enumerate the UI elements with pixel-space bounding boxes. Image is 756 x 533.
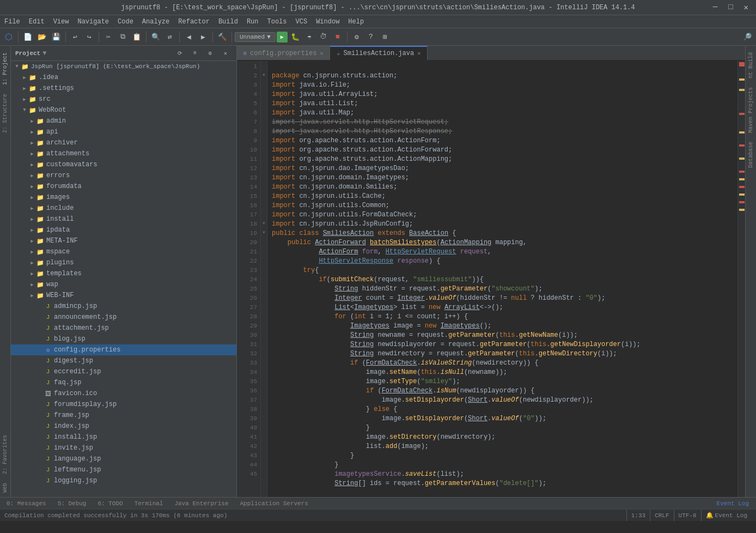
back-button[interactable]: ◀ bbox=[182, 31, 196, 44]
run-config-selector[interactable]: Unnamed ▼ bbox=[235, 32, 276, 42]
new-button[interactable]: 📄 bbox=[21, 31, 34, 44]
build-button[interactable]: 🔨 bbox=[216, 31, 229, 44]
fold-19[interactable]: ▼ bbox=[261, 228, 267, 237]
project-sync-button[interactable]: ⟳ bbox=[173, 47, 186, 60]
terminal-toolbar-button[interactable]: ⊞ bbox=[379, 31, 392, 44]
menu-tools[interactable]: Tools bbox=[263, 15, 291, 28]
tree-idea[interactable]: ▶ 📁 .idea bbox=[11, 72, 236, 83]
paste-button[interactable]: 📋 bbox=[130, 31, 143, 44]
fold-18[interactable]: ▼ bbox=[261, 219, 267, 228]
tab-config-properties[interactable]: ⚙ config.properties ✕ bbox=[237, 46, 330, 60]
tree-config[interactable]: ⚙ config.properties bbox=[11, 344, 236, 355]
run-button[interactable]: ▶ bbox=[277, 32, 288, 43]
tree-include[interactable]: ▶ 📁 include bbox=[11, 203, 236, 214]
open-button[interactable]: 📂 bbox=[35, 31, 48, 44]
bottom-tab-event-log[interactable]: Event Log bbox=[712, 498, 754, 509]
undo-button[interactable]: ↩ bbox=[69, 31, 82, 44]
tree-plugins[interactable]: ▶ 📁 plugins bbox=[11, 257, 236, 268]
tree-language[interactable]: J language.jsp bbox=[11, 453, 236, 464]
side-tab-ant-build[interactable]: nt Build bbox=[747, 48, 755, 83]
tree-logging[interactable]: J logging.jsp bbox=[11, 475, 236, 486]
tree-api[interactable]: ▶ 📁 api bbox=[11, 126, 236, 137]
tree-favicon[interactable]: 🖼 favicon.ico bbox=[11, 388, 236, 399]
search-everything-button[interactable]: 🔎 bbox=[741, 31, 754, 44]
sdk-button[interactable]: ⚙ bbox=[350, 31, 363, 44]
menu-navigate[interactable]: Navigate bbox=[73, 15, 113, 28]
tree-invite[interactable]: J invite.jsp bbox=[11, 443, 236, 453]
tree-attachment[interactable]: J attachment.jsp bbox=[11, 323, 236, 334]
tree-wap[interactable]: ▶ 📁 wap bbox=[11, 279, 236, 290]
tree-archiver[interactable]: ▶ 📁 archiver bbox=[11, 137, 236, 148]
tree-announcement[interactable]: J announcement.jsp bbox=[11, 312, 236, 323]
menu-build[interactable]: Build bbox=[214, 15, 242, 28]
tree-ipdata[interactable]: ▶ 📁 ipdata bbox=[11, 225, 236, 235]
tree-webroot[interactable]: ▼ 📁 WebRoot bbox=[11, 105, 236, 116]
find-button[interactable]: 🔍 bbox=[149, 31, 162, 44]
debug-button[interactable]: 🐛 bbox=[289, 31, 302, 44]
redo-button[interactable]: ↪ bbox=[83, 31, 96, 44]
menu-run[interactable]: Run bbox=[242, 15, 263, 28]
menu-code[interactable]: Code bbox=[113, 15, 138, 28]
tree-leftmenu[interactable]: J leftmenu.jsp bbox=[11, 464, 236, 475]
save-button[interactable]: 💾 bbox=[50, 31, 63, 44]
tree-templates[interactable]: ▶ 📁 templates bbox=[11, 268, 236, 279]
profile-button[interactable]: ⏱ bbox=[317, 31, 330, 44]
bottom-tab-app-servers[interactable]: Application Servers bbox=[236, 498, 313, 509]
tree-eccredit[interactable]: J eccredit.jsp bbox=[11, 366, 236, 377]
tree-mspace[interactable]: ▶ 📁 mspace bbox=[11, 246, 236, 257]
tree-install[interactable]: ▶ 📁 install bbox=[11, 214, 236, 225]
tree-attachments[interactable]: ▶ 📁 attachments bbox=[11, 148, 236, 159]
bottom-tab-debug[interactable]: 5: Debug bbox=[53, 498, 92, 509]
menu-file[interactable]: File bbox=[0, 15, 25, 28]
menu-refactor[interactable]: Refactor bbox=[174, 15, 214, 28]
coverage-button[interactable]: ☂ bbox=[303, 31, 316, 44]
smilies-tab-close[interactable]: ✕ bbox=[417, 50, 420, 57]
copy-button[interactable]: ⧉ bbox=[116, 31, 129, 44]
restore-button[interactable]: □ bbox=[725, 2, 736, 13]
search-icon[interactable]: 🔎 bbox=[741, 31, 754, 44]
tree-blog[interactable]: J blog.jsp bbox=[11, 334, 236, 344]
side-tab-web[interactable]: Web bbox=[1, 479, 9, 497]
tree-forumdata[interactable]: ▶ 📁 forumdata bbox=[11, 181, 236, 192]
side-tab-maven[interactable]: Maven Projects bbox=[747, 83, 755, 137]
tree-errors[interactable]: ▶ 📁 errors bbox=[11, 170, 236, 181]
project-settings-button[interactable]: ⚙ bbox=[204, 47, 217, 60]
bottom-tab-messages[interactable]: 0: Messages bbox=[2, 498, 51, 509]
tree-src[interactable]: ▶ 📁 src bbox=[11, 94, 236, 105]
bottom-tab-java-enterprise[interactable]: Java Enterprise bbox=[170, 498, 233, 509]
project-collapse-button[interactable]: ≡ bbox=[188, 47, 202, 60]
tree-digest[interactable]: J digest.jsp bbox=[11, 355, 236, 366]
tree-webinf[interactable]: ▶ 📁 WEB-INF bbox=[11, 290, 236, 301]
menu-vcs[interactable]: VCS bbox=[291, 15, 312, 28]
menu-edit[interactable]: Edit bbox=[25, 15, 49, 28]
menu-view[interactable]: View bbox=[49, 15, 74, 28]
tree-customavatars[interactable]: ▶ 📁 customavatars bbox=[11, 159, 236, 170]
tree-metainf[interactable]: ▶ 📁 META-INF bbox=[11, 235, 236, 246]
side-tab-project[interactable]: 1: Project bbox=[1, 48, 9, 89]
event-log-status[interactable]: 🔔 Event Log bbox=[701, 510, 752, 521]
menu-analyze[interactable]: Analyze bbox=[138, 15, 174, 28]
tree-settings[interactable]: ▶ 📁 .settings bbox=[11, 83, 236, 94]
menu-help[interactable]: Help bbox=[344, 15, 368, 28]
tree-admin[interactable]: ▶ 📁 admin bbox=[11, 116, 236, 126]
bottom-tab-terminal[interactable]: Terminal bbox=[130, 498, 168, 509]
replace-button[interactable]: ⇄ bbox=[163, 31, 176, 44]
fold-2[interactable]: ▼ bbox=[261, 70, 267, 80]
code-content[interactable]: package cn.jsprun.struts.action; import … bbox=[267, 61, 737, 497]
tree-frame[interactable]: J frame.jsp bbox=[11, 410, 236, 421]
tree-forumdisplay[interactable]: J forumdisplay.jsp bbox=[11, 399, 236, 410]
side-tab-structure[interactable]: 2: Structure bbox=[1, 89, 9, 137]
bottom-tab-todo[interactable]: 6: TODO bbox=[93, 498, 127, 509]
config-tab-close[interactable]: ✕ bbox=[320, 50, 323, 57]
tree-images[interactable]: ▶ 📁 images bbox=[11, 192, 236, 203]
tree-admincp[interactable]: J admincp.jsp bbox=[11, 301, 236, 312]
help-toolbar-button[interactable]: ? bbox=[364, 31, 377, 44]
tab-smilies-action[interactable]: ☕ SmiliesAction.java ✕ bbox=[330, 46, 428, 60]
tree-root[interactable]: ▼ 📁 JspRun [jsprunutf8] (E:\test_work_sp… bbox=[11, 61, 236, 72]
side-tab-database[interactable]: Database bbox=[747, 137, 755, 172]
menu-window[interactable]: Window bbox=[312, 15, 344, 28]
minimize-button[interactable]: ─ bbox=[710, 2, 721, 13]
tree-faq[interactable]: J faq.jsp bbox=[11, 377, 236, 388]
side-tab-favorites[interactable]: 2: Favorites bbox=[1, 431, 9, 479]
tree-install2[interactable]: J install.jsp bbox=[11, 432, 236, 443]
